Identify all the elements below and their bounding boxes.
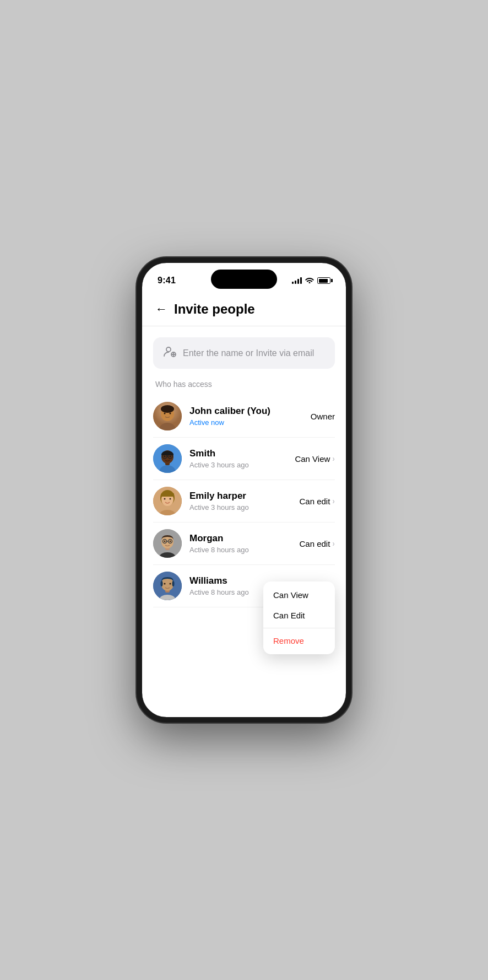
- dropdown-option-remove[interactable]: Remove: [263, 631, 335, 651]
- person-info-emily: Emily harper Active 3 hours ago: [189, 491, 299, 511]
- person-status-emily: Active 3 hours ago: [189, 503, 299, 511]
- svg-point-41: [170, 583, 171, 585]
- role-text-smith: Can View: [295, 454, 330, 464]
- svg-point-8: [164, 413, 166, 414]
- svg-point-17: [164, 456, 166, 457]
- status-time: 9:41: [158, 276, 176, 286]
- page-header: ← Invite people: [142, 290, 346, 326]
- dropdown-option-can-edit[interactable]: Can Edit: [263, 605, 335, 626]
- content-area: ← Invite people Ent: [142, 290, 346, 717]
- svg-point-7: [161, 405, 174, 413]
- dynamic-island: [211, 270, 277, 289]
- chevron-icon-smith: ›: [332, 454, 335, 463]
- person-status-smith: Active 3 hours ago: [189, 461, 295, 469]
- person-name-john: John caliber (You): [189, 406, 311, 417]
- svg-point-18: [170, 456, 171, 457]
- role-dropdown-popup[interactable]: Can View Can Edit Remove: [263, 581, 335, 654]
- back-button[interactable]: ←: [155, 302, 167, 316]
- person-item-john[interactable]: John caliber (You) Active now Owner: [153, 395, 335, 438]
- page-title: Invite people: [174, 301, 255, 317]
- chevron-icon-emily: ›: [332, 497, 335, 505]
- svg-point-33: [170, 541, 171, 542]
- person-info-morgan: Morgan Active 8 hours ago: [189, 533, 299, 554]
- svg-point-24: [170, 498, 171, 500]
- chevron-icon-morgan: ›: [332, 539, 335, 548]
- who-has-access-label: Who has access: [142, 378, 346, 395]
- person-name-morgan: Morgan: [189, 533, 299, 544]
- wifi-icon: [305, 277, 314, 284]
- role-text-morgan: Can edit: [299, 539, 330, 548]
- svg-point-9: [170, 413, 171, 414]
- svg-point-0: [166, 347, 171, 352]
- person-name-emily: Emily harper: [189, 491, 299, 502]
- svg-point-23: [164, 498, 166, 500]
- dropdown-option-can-view[interactable]: Can View: [263, 585, 335, 605]
- svg-point-38: [161, 581, 163, 586]
- person-item-smith[interactable]: Smith Active 3 hours ago Can View ›: [153, 438, 335, 480]
- avatar-emily: [153, 487, 182, 515]
- svg-point-39: [172, 581, 175, 586]
- avatar-smith: [153, 444, 182, 473]
- person-item-wrapper-williams: Williams Active 8 hours ago Can edit › C…: [153, 565, 335, 607]
- people-list: John caliber (You) Active now Owner: [142, 395, 346, 607]
- person-name-smith: Smith: [189, 448, 295, 459]
- battery-icon: [317, 277, 330, 284]
- person-info-smith: Smith Active 3 hours ago: [189, 448, 295, 469]
- add-person-icon: [163, 345, 176, 361]
- avatar-john: [153, 402, 182, 430]
- person-item-emily[interactable]: Emily harper Active 3 hours ago Can edit…: [153, 480, 335, 523]
- person-item-morgan[interactable]: Morgan Active 8 hours ago Can edit ›: [153, 523, 335, 565]
- person-status-morgan: Active 8 hours ago: [189, 546, 299, 554]
- back-arrow-icon: ←: [155, 302, 167, 316]
- role-text-emily: Can edit: [299, 497, 330, 506]
- screen: 9:41: [142, 263, 346, 717]
- avatar-morgan: [153, 529, 182, 558]
- svg-point-37: [161, 578, 173, 591]
- person-info-john: John caliber (You) Active now: [189, 406, 311, 427]
- person-role-john: Owner: [311, 412, 335, 421]
- role-text-john: Owner: [311, 412, 335, 421]
- phone-frame: 9:41: [137, 257, 351, 723]
- invite-input-field[interactable]: Enter the name or Invite via email: [153, 337, 335, 369]
- invite-section: Enter the name or Invite via email: [142, 326, 346, 378]
- person-role-morgan[interactable]: Can edit ›: [299, 539, 335, 548]
- signal-bars-icon: [292, 277, 302, 284]
- invite-placeholder-text: Enter the name or Invite via email: [183, 348, 325, 358]
- person-role-smith[interactable]: Can View ›: [295, 454, 335, 464]
- status-icons: [292, 277, 330, 284]
- svg-point-40: [164, 583, 166, 585]
- person-status-john: Active now: [189, 418, 311, 427]
- svg-point-32: [164, 541, 166, 542]
- avatar-williams: [153, 572, 182, 600]
- person-role-emily[interactable]: Can edit ›: [299, 497, 335, 506]
